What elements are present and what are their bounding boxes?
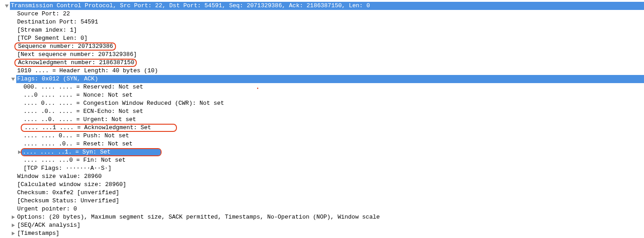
stream-index-text: [Stream index: 1] <box>16 26 77 34</box>
flag-summary-text: [TCP Flags: ·······A··S·] <box>23 164 111 173</box>
collapse-icon[interactable] <box>10 215 16 219</box>
flag-urgent-row[interactable]: .... ..0. .... = Urgent: Not set <box>4 116 644 124</box>
calc-win-row[interactable]: [Calculated window size: 28960] <box>4 181 644 189</box>
flag-reserved-text: 000. .... .... = Reserved: Not set <box>23 83 143 91</box>
timestamps-row[interactable]: [Timestamps] <box>4 229 644 238</box>
ack-num-text: Acknowledgment number: 2186387150 <box>17 59 134 66</box>
options-row[interactable]: Options: (20 bytes), Maximum segment siz… <box>4 213 644 221</box>
svg-marker-5 <box>12 232 15 235</box>
win-size-row[interactable]: Window size value: 28960 <box>4 173 644 181</box>
flag-fin-text: .... .... ...0 = Fin: Not set <box>23 156 125 164</box>
tcp-header-row[interactable]: Transmission Control Protocol, Src Port:… <box>4 2 644 10</box>
flag-syn-highlight: .... .... ..1. = Syn: Set <box>21 148 162 156</box>
flag-cwr-text: .... 0... .... = Congestion Window Reduc… <box>23 99 224 107</box>
tcp-header-text: Transmission Control Protocol, Src Port:… <box>10 2 370 10</box>
flag-ack-text: .... ...1 .... = Acknowledgment: Set <box>23 124 151 131</box>
collapse-icon[interactable] <box>10 223 16 228</box>
seq-num-row[interactable]: Sequence number: 2071329386 <box>4 42 644 51</box>
flag-reset-row[interactable]: .... .... .0.. = Reset: Not set <box>4 140 644 148</box>
flag-syn-row[interactable]: .... .... ..1. = Syn: Set <box>4 148 644 156</box>
flag-syn-text: .... .... ..1. = Syn: Set <box>22 149 111 155</box>
flag-reset-text: .... .... .0.. = Reset: Not set <box>23 140 133 148</box>
seg-len-text: [TCP Segment Len: 0] <box>16 34 88 42</box>
ack-num-highlight: Acknowledgment number: 2186387150 <box>14 59 137 67</box>
seq-ack-analysis-row[interactable]: [SEQ/ACK analysis] <box>4 221 644 229</box>
checksum-status-text: [Checksum Status: Unverified] <box>16 197 119 205</box>
flag-reserved-row[interactable]: 000. .... .... = Reserved: Not set • <box>4 83 644 91</box>
urgent-ptr-row[interactable]: Urgent pointer: 0 <box>4 205 644 213</box>
flag-ack-row[interactable]: .... ...1 .... = Acknowledgment: Set <box>4 124 644 132</box>
flag-cwr-row[interactable]: .... 0... .... = Congestion Window Reduc… <box>4 99 644 107</box>
src-port-row[interactable]: Source Port: 22 <box>4 10 644 18</box>
win-size-text: Window size value: 28960 <box>16 173 102 181</box>
expand-icon[interactable] <box>4 4 10 8</box>
seq-ack-analysis-text: [SEQ/ACK analysis] <box>16 221 80 229</box>
red-dot-icon: • <box>256 85 259 93</box>
collapse-icon[interactable] <box>10 231 16 236</box>
calc-win-text: [Calculated window size: 28960] <box>16 181 126 189</box>
next-seq-row[interactable]: [Next sequence number: 2071329386] <box>4 51 644 59</box>
options-text: Options: (20 bytes), Maximum segment siz… <box>16 213 380 221</box>
expand-icon[interactable] <box>10 77 16 81</box>
checksum-text: Checksum: 0xafe2 [unverified] <box>16 189 119 197</box>
flag-urgent-text: .... ..0. .... = Urgent: Not set <box>23 116 136 124</box>
checksum-status-row[interactable]: [Checksum Status: Unverified] <box>4 197 644 205</box>
flag-nonce-row[interactable]: ...0 .... .... = Nonce: Not set <box>4 91 644 99</box>
hdr-len-text: 1010 .... = Header Length: 40 bytes (10) <box>16 67 158 75</box>
flag-fin-row[interactable]: .... .... ...0 = Fin: Not set <box>4 156 644 164</box>
hdr-len-row[interactable]: 1010 .... = Header Length: 40 bytes (10) <box>4 67 644 75</box>
seq-num-highlight: Sequence number: 2071329386 <box>14 42 116 51</box>
seg-len-row[interactable]: [TCP Segment Len: 0] <box>4 34 644 42</box>
flag-push-row[interactable]: .... .... 0... = Push: Not set <box>4 132 644 140</box>
flag-nonce-text: ...0 .... .... = Nonce: Not set <box>23 91 133 99</box>
flags-header-row[interactable]: Flags: 0x012 (SYN, ACK) <box>4 75 644 83</box>
flag-summary-row[interactable]: [TCP Flags: ·······A··S·] <box>4 164 644 173</box>
flag-push-text: .... .... 0... = Push: Not set <box>23 132 129 140</box>
ack-num-row[interactable]: Acknowledgment number: 2186387150 <box>4 59 644 67</box>
urgent-ptr-text: Urgent pointer: 0 <box>16 205 77 213</box>
stream-index-row[interactable]: [Stream index: 1] <box>4 26 644 34</box>
dst-port-text: Destination Port: 54591 <box>16 18 98 26</box>
next-seq-text: [Next sequence number: 2071329386] <box>16 51 137 59</box>
src-port-text: Source Port: 22 <box>16 10 70 18</box>
flag-ack-highlight: .... ...1 .... = Acknowledgment: Set <box>21 124 177 132</box>
svg-marker-0 <box>5 5 9 8</box>
svg-marker-3 <box>12 215 15 219</box>
svg-marker-4 <box>12 224 15 227</box>
flag-ecn-text: .... .0.. .... = ECN-Echo: Not set <box>23 107 143 116</box>
flag-ecn-row[interactable]: .... .0.. .... = ECN-Echo: Not set <box>4 107 644 116</box>
flags-header-text: Flags: 0x012 (SYN, ACK) <box>16 75 98 83</box>
seq-num-text: Sequence number: 2071329386 <box>17 43 113 50</box>
checksum-row[interactable]: Checksum: 0xafe2 [unverified] <box>4 189 644 197</box>
dst-port-row[interactable]: Destination Port: 54591 <box>4 18 644 26</box>
timestamps-text: [Timestamps] <box>16 229 60 238</box>
svg-marker-1 <box>11 78 15 81</box>
